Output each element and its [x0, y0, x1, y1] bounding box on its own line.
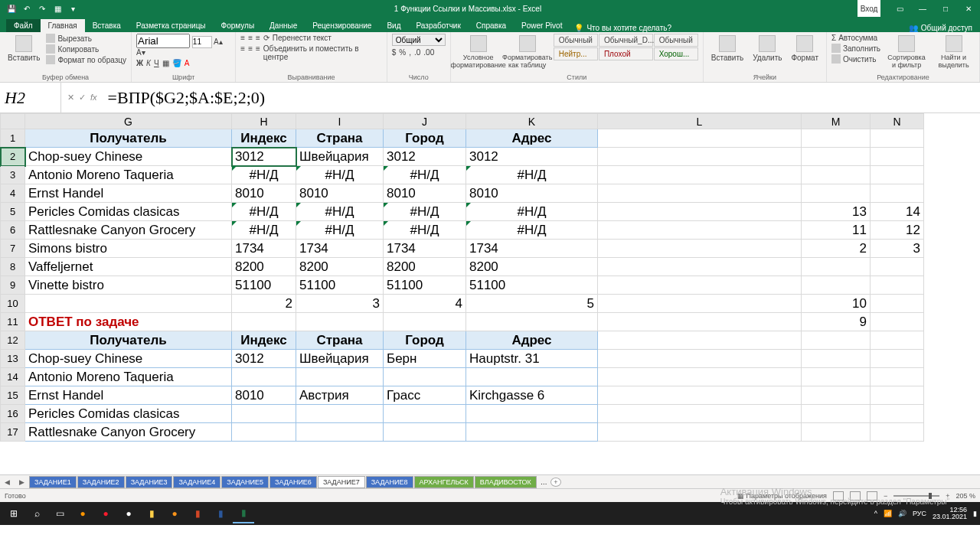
cell[interactable]: #Н/Д	[296, 166, 384, 184]
cell[interactable]: Kirchgasse 6	[466, 386, 598, 405]
cell[interactable]: #Н/Д	[466, 221, 598, 240]
explorer-icon[interactable]: ▮	[141, 504, 162, 523]
cell[interactable]	[598, 221, 802, 240]
bold-button[interactable]: Ж	[136, 59, 143, 67]
row-header[interactable]: 16	[1, 405, 25, 423]
cell[interactable]: 8200	[466, 258, 598, 276]
cell[interactable]	[802, 148, 871, 166]
cell[interactable]: Индекс	[232, 331, 296, 350]
cell[interactable]: Страна	[296, 331, 384, 350]
cell[interactable]: #Н/Д	[384, 203, 466, 221]
row-header[interactable]: 12	[1, 331, 25, 350]
row-header[interactable]: 6	[1, 221, 25, 240]
search-icon[interactable]: ⌕	[26, 504, 47, 523]
cell[interactable]: Pericles Comidas clasicas	[25, 405, 232, 423]
cell[interactable]: #Н/Д	[384, 221, 466, 240]
tray-network-icon[interactable]: 📶	[884, 510, 892, 517]
cell[interactable]: 8200	[384, 258, 466, 276]
cell[interactable]	[466, 423, 598, 442]
sheet-tab[interactable]: ЗАДАНИЕ1	[29, 476, 77, 488]
cell[interactable]: 3012	[384, 148, 466, 166]
cell[interactable]: 3012	[466, 148, 598, 166]
cell[interactable]	[598, 240, 802, 258]
clear-button[interactable]: Очистить	[831, 54, 880, 64]
fill-button[interactable]: Заполнить	[831, 44, 880, 53]
cell[interactable]: Ernst Handel	[25, 184, 232, 203]
cell[interactable]	[802, 184, 871, 203]
row-header[interactable]: 9	[1, 276, 25, 295]
cell[interactable]: Австрия	[296, 386, 384, 405]
cell[interactable]	[384, 405, 466, 423]
cell[interactable]	[871, 258, 924, 276]
align-top-icon[interactable]: ≡	[240, 34, 245, 42]
new-sheet-button[interactable]: +	[550, 478, 561, 487]
tray-sound-icon[interactable]: 🔊	[898, 510, 906, 517]
start-button[interactable]: ⊞	[3, 504, 24, 523]
cell[interactable]	[384, 423, 466, 442]
col-header-I[interactable]: I	[296, 114, 384, 129]
cell[interactable]: #Н/Д	[232, 203, 296, 221]
cell[interactable]	[598, 166, 802, 184]
tab-help[interactable]: Справка	[469, 19, 514, 32]
tab-dev[interactable]: Разработчик	[409, 19, 469, 32]
close-button[interactable]: ✕	[957, 0, 980, 17]
tray-notif-icon[interactable]: ▮	[973, 510, 977, 517]
cell[interactable]: 8010	[232, 184, 296, 203]
cell[interactable]: #Н/Д	[296, 203, 384, 221]
cell[interactable]	[871, 166, 924, 184]
cell[interactable]: Получатель	[25, 331, 232, 350]
cell[interactable]: #Н/Д	[232, 166, 296, 184]
cell[interactable]: #Н/Д	[384, 166, 466, 184]
col-header-J[interactable]: J	[384, 114, 466, 129]
minimize-button[interactable]: —	[911, 0, 934, 17]
row-header[interactable]: 10	[1, 295, 25, 313]
row-header[interactable]: 14	[1, 368, 25, 386]
cell[interactable]: Antonio Moreno Taqueria	[25, 166, 232, 184]
border-icon[interactable]: ▦	[162, 59, 169, 67]
cell[interactable]: 3012	[232, 148, 296, 166]
tab-pivot[interactable]: Power Pivot	[514, 19, 570, 32]
row-header[interactable]: 1	[1, 129, 25, 148]
cell[interactable]: 3	[871, 240, 924, 258]
tab-view[interactable]: Вид	[379, 19, 408, 32]
sheet-nav-next[interactable]: ▶	[15, 478, 29, 486]
font-name[interactable]	[136, 34, 190, 48]
cell[interactable]: 8200	[296, 258, 384, 276]
save-icon[interactable]: 💾	[6, 3, 17, 14]
cell[interactable]: 8010	[466, 184, 598, 203]
cell[interactable]: 8010	[232, 386, 296, 405]
sheet-tab[interactable]: ЗАДАНИЕ7	[318, 476, 365, 488]
cell[interactable]: #Н/Д	[466, 203, 598, 221]
cell[interactable]: Город	[384, 129, 466, 148]
align-bot-icon[interactable]: ≡	[256, 34, 260, 42]
row-header[interactable]: 5	[1, 203, 25, 221]
sheet-tab[interactable]: ЗАДАНИЕ8	[366, 476, 413, 488]
cell[interactable]: Получатель	[25, 129, 232, 148]
tell-me[interactable]: 💡Что вы хотите сделать?	[574, 24, 671, 32]
word-icon[interactable]: ▮	[210, 504, 231, 523]
view-layout[interactable]	[850, 491, 861, 500]
cell[interactable]: Ernst Handel	[25, 386, 232, 405]
cell[interactable]: 3012	[232, 350, 296, 368]
cell[interactable]: 4	[384, 295, 466, 313]
zoom-out[interactable]: −	[884, 492, 887, 500]
cell[interactable]: Грасс	[384, 386, 466, 405]
align-right-icon[interactable]: ≡	[256, 44, 260, 61]
tab-data[interactable]: Данные	[262, 19, 305, 32]
cell[interactable]	[232, 368, 296, 386]
cell[interactable]: 12	[871, 221, 924, 240]
cell[interactable]: Адрес	[466, 331, 598, 350]
cell[interactable]	[466, 368, 598, 386]
sheet-nav-prev[interactable]: ◀	[0, 478, 15, 486]
cancel-formula-icon[interactable]: ✕	[67, 93, 74, 103]
paste-button[interactable]: Вставить	[5, 34, 43, 64]
cell[interactable]	[598, 203, 802, 221]
cell[interactable]: #Н/Д	[296, 221, 384, 240]
cell[interactable]	[296, 368, 384, 386]
inc-dec-icon[interactable]: .0	[414, 48, 420, 57]
row-header[interactable]: 7	[1, 240, 25, 258]
sheet-tab[interactable]: ЗАДАНИЕ2	[77, 476, 125, 488]
ribbon-opts-icon[interactable]: ▭	[888, 0, 911, 17]
cell[interactable]: Simons bistro	[25, 240, 232, 258]
cell[interactable]: Швейцария	[296, 350, 384, 368]
